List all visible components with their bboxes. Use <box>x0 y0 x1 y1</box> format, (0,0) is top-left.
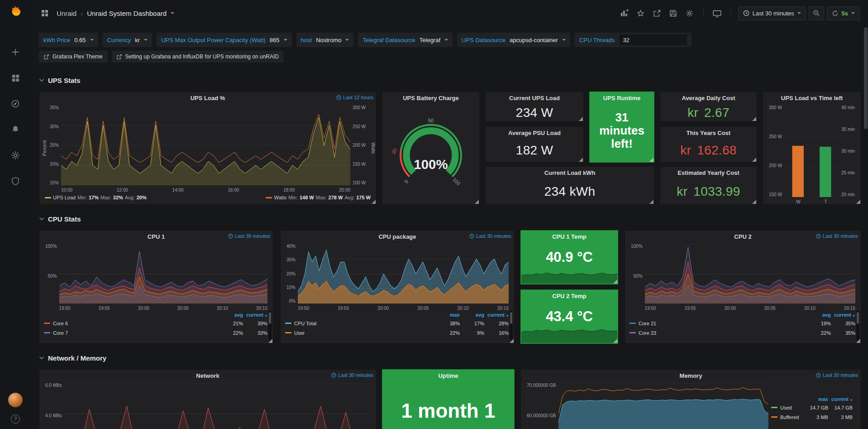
create-icon[interactable] <box>9 45 22 59</box>
share-icon[interactable] <box>650 6 664 20</box>
section-ups-stats[interactable]: UPS Stats <box>39 74 861 86</box>
star-icon[interactable] <box>634 6 648 20</box>
variable-ups-max-output[interactable]: UPS Max Output Power Capacity (Watt) 865 <box>157 33 291 47</box>
legend-series-toggle[interactable]: User <box>285 330 435 336</box>
add-panel-icon[interactable] <box>618 6 631 20</box>
help-icon[interactable]: ? <box>11 415 20 424</box>
legend-series-toggle[interactable]: UPS Load Min: 17% Max: 32% Avg: 20% <box>45 195 147 200</box>
ups-vs-time-bars[interactable] <box>784 106 839 197</box>
section-cpu-stats[interactable]: CPU Stats <box>39 213 861 225</box>
link-grafana-plex-theme[interactable]: Grafana Plex Theme <box>39 51 107 63</box>
cycle-view-tv-icon[interactable] <box>711 6 724 20</box>
panel-title[interactable]: CPU 1 <box>148 233 165 240</box>
legend-series-toggle[interactable]: Core 23 <box>630 330 806 336</box>
external-link-icon <box>116 54 122 60</box>
panel-title[interactable]: CPU 2 <box>734 233 751 240</box>
variable-currency[interactable]: Currency kr <box>103 33 153 47</box>
cpu1-chart[interactable] <box>59 244 267 304</box>
legend-series-toggle[interactable]: Core 7 <box>44 330 219 336</box>
panel-title[interactable]: Estimated Yearly Cost <box>677 169 739 176</box>
series-color-swatch[interactable] <box>44 323 50 324</box>
legend-column-current[interactable]: current <box>831 312 855 318</box>
panel-title[interactable]: Average PSU Load <box>508 130 561 136</box>
panel-title[interactable]: UPS Load % <box>191 95 225 101</box>
legend-scrollbar[interactable] <box>510 311 513 340</box>
user-avatar[interactable] <box>8 393 23 407</box>
legend-series-toggle[interactable]: Core 21 <box>630 321 806 326</box>
legend-value: 39% <box>243 321 267 326</box>
page-scrollbar[interactable] <box>863 0 868 429</box>
panel-title[interactable]: Average Daily Cost <box>682 95 735 101</box>
legend-column-avg[interactable]: avg <box>806 312 831 318</box>
variable-kwh-price[interactable]: kWh Price 0.65 <box>39 33 98 47</box>
network-chart[interactable] <box>64 383 371 429</box>
chevron-down-icon[interactable] <box>171 12 174 14</box>
server-admin-shield-icon[interactable] <box>9 174 22 188</box>
legend-column-current[interactable]: current <box>484 312 509 318</box>
legend-column-current[interactable]: current <box>243 312 267 318</box>
time-range-picker[interactable]: Last 30 minutes <box>738 6 806 20</box>
variable-host[interactable]: host Nostromo <box>296 33 354 47</box>
legend-series-toggle[interactable]: Core 6 <box>44 321 219 326</box>
tick-label: 20:05 <box>177 306 189 311</box>
series-color-swatch[interactable] <box>44 332 50 333</box>
legend-scrollbar[interactable] <box>268 311 272 340</box>
variable-telegraf-datasource[interactable]: Telegraf Datasource Telegraf <box>358 33 453 47</box>
ups-load-chart[interactable] <box>61 106 350 185</box>
configuration-gear-icon[interactable] <box>9 149 22 162</box>
panel-uptime: Uptime 1 month 1 <box>382 369 515 429</box>
panel-title[interactable]: Network <box>196 372 219 379</box>
legend-column-current[interactable]: current <box>828 396 853 402</box>
panel-title[interactable]: CPU package <box>378 233 416 240</box>
series-color-swatch[interactable] <box>771 416 777 418</box>
series-color-swatch[interactable] <box>771 407 777 408</box>
dashboards-icon[interactable] <box>9 71 22 85</box>
panel-title[interactable]: Uptime <box>438 372 458 379</box>
legend-column-max[interactable]: max <box>435 312 460 318</box>
legend-column-avg[interactable]: avg <box>219 312 243 318</box>
memory-chart[interactable] <box>558 383 769 429</box>
scrollbar-thumb[interactable] <box>864 27 868 129</box>
legend-series-toggle[interactable]: Buffered <box>771 415 804 420</box>
save-icon[interactable] <box>667 6 680 20</box>
panel-title[interactable]: Current UPS Load <box>509 95 560 101</box>
legend-series-toggle[interactable]: CPU Total <box>285 321 435 326</box>
cpu-threads-input[interactable]: 32 <box>619 34 687 45</box>
panel-title[interactable]: UPS Runtime <box>603 95 640 101</box>
cpu-package-chart[interactable] <box>298 244 509 304</box>
explore-compass-icon[interactable] <box>9 97 22 111</box>
variable-ups-datasource[interactable]: UPS Datasource apcupsd-container <box>457 33 570 47</box>
series-color-swatch[interactable] <box>630 323 636 324</box>
dashboard-title[interactable]: Unraid System Dashboard <box>87 10 167 17</box>
tick-label: 15% <box>50 181 59 185</box>
panel-title[interactable]: This Years Cost <box>687 130 730 136</box>
grafana-logo[interactable] <box>8 4 23 19</box>
refresh-picker[interactable]: 5s <box>827 6 860 20</box>
legend-series-toggle[interactable]: Used <box>771 405 804 410</box>
legend-scrollbar[interactable] <box>856 311 859 340</box>
panel-title[interactable]: Current Load kWh <box>544 169 596 176</box>
panel-title[interactable]: UPS Battery Charge <box>403 95 459 101</box>
settings-gear-icon[interactable] <box>683 6 696 20</box>
series-color-swatch[interactable] <box>630 332 636 333</box>
legend-series-toggle[interactable]: Watts Min: 148 W Max: 278 W Avg: 175 W <box>266 195 371 200</box>
panel-title[interactable]: CPU 1 Temp <box>552 233 587 240</box>
alerting-bell-icon[interactable] <box>9 123 22 136</box>
zoom-out-button[interactable] <box>809 6 824 20</box>
refresh-interval-label: 5s <box>842 10 848 17</box>
panel-title[interactable]: Memory <box>680 372 702 379</box>
legend-column-avg[interactable]: avg <box>460 312 484 318</box>
panel-title[interactable]: UPS Load vs Time left <box>781 95 843 101</box>
panel-title[interactable]: CPU 2 Temp <box>552 293 587 299</box>
section-network-memory[interactable]: Network / Memory <box>39 352 861 364</box>
series-color-swatch[interactable] <box>285 323 291 324</box>
link-ups-monitoring-guide[interactable]: Setting up Grafana and InfluxDB for UPS … <box>112 51 284 63</box>
battery-gauge[interactable]: 0 20 50 100 100% <box>382 104 479 204</box>
legend-column-max[interactable]: max <box>804 396 828 402</box>
chevron-down-icon <box>90 39 94 41</box>
panel-cpu-package: CPU package Last 30 minutes 40%30%20%10%… <box>280 230 515 344</box>
cpu2-chart[interactable] <box>645 244 855 304</box>
breadcrumb-app[interactable]: Unraid <box>57 10 76 17</box>
series-color-swatch[interactable] <box>285 332 291 333</box>
apps-grid-icon[interactable] <box>38 6 52 20</box>
